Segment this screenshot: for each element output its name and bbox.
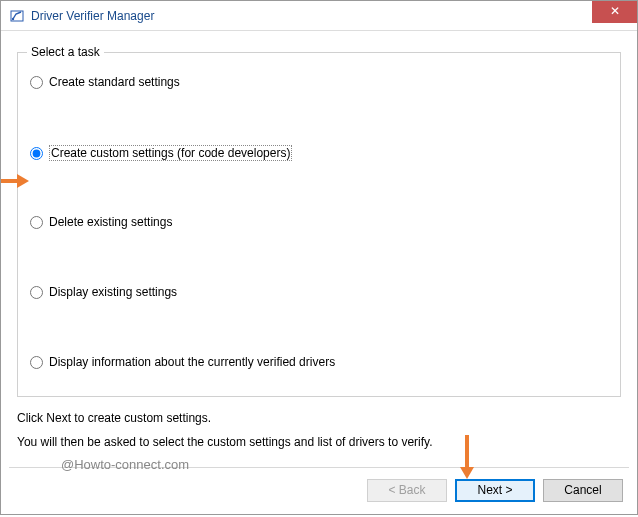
watermark-text: @Howto-connect.com	[61, 457, 189, 472]
radio-create-standard[interactable]: Create standard settings	[30, 75, 180, 89]
info-line-2: You will then be asked to select the cus…	[17, 435, 621, 449]
task-groupbox: Select a task Create standard settings C…	[17, 52, 621, 397]
button-row: < Back Next > Cancel	[367, 479, 623, 502]
groupbox-legend: Select a task	[27, 45, 104, 59]
radio-label-standard: Create standard settings	[49, 75, 180, 89]
radio-input-info[interactable]	[30, 356, 43, 369]
close-icon: ✕	[610, 4, 620, 18]
next-button[interactable]: Next >	[455, 479, 535, 502]
radio-label-custom: Create custom settings (for code develop…	[49, 145, 292, 161]
app-icon	[9, 8, 25, 24]
titlebar: Driver Verifier Manager ✕	[1, 1, 637, 31]
info-line-1: Click Next to create custom settings.	[17, 411, 621, 425]
radio-display-info[interactable]: Display information about the currently …	[30, 355, 335, 369]
radio-label-display: Display existing settings	[49, 285, 177, 299]
radio-input-display[interactable]	[30, 286, 43, 299]
svg-point-1	[12, 17, 14, 19]
radio-input-delete[interactable]	[30, 216, 43, 229]
content-area: Select a task Create standard settings C…	[1, 31, 637, 449]
annotation-arrow-down	[459, 435, 475, 481]
back-button: < Back	[367, 479, 447, 502]
radio-create-custom[interactable]: Create custom settings (for code develop…	[30, 145, 292, 161]
close-button[interactable]: ✕	[592, 1, 637, 23]
info-area: Click Next to create custom settings. Yo…	[17, 411, 621, 449]
radio-label-info: Display information about the currently …	[49, 355, 335, 369]
window-frame: Driver Verifier Manager ✕ Select a task …	[0, 0, 638, 515]
cancel-button[interactable]: Cancel	[543, 479, 623, 502]
radio-input-custom[interactable]	[30, 147, 43, 160]
radio-label-delete: Delete existing settings	[49, 215, 172, 229]
window-title: Driver Verifier Manager	[31, 9, 154, 23]
radio-input-standard[interactable]	[30, 76, 43, 89]
annotation-arrow-left	[1, 173, 31, 189]
radio-delete-existing[interactable]: Delete existing settings	[30, 215, 172, 229]
radio-display-existing[interactable]: Display existing settings	[30, 285, 177, 299]
